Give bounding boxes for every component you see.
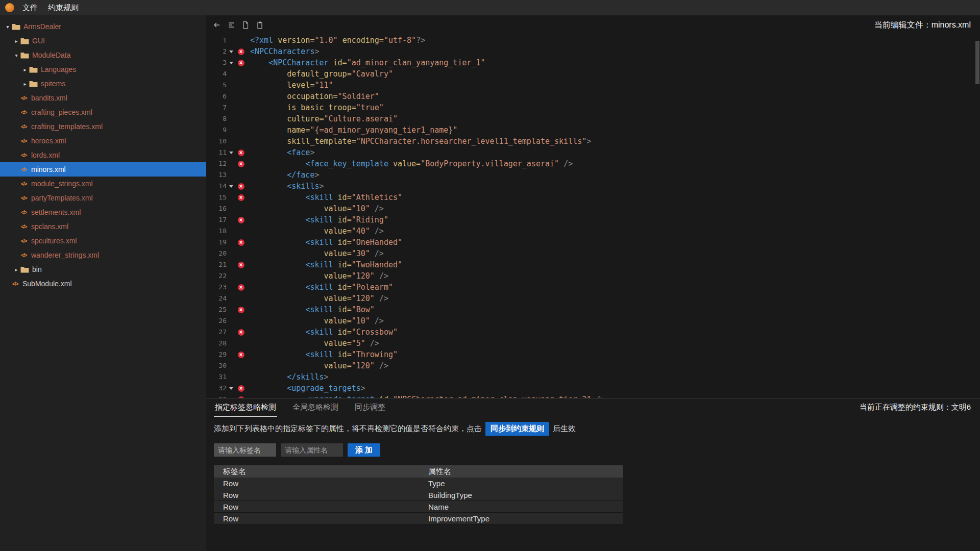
- code-text: <skills>: [250, 181, 324, 192]
- tree-item-minors.xml[interactable]: </>minors.xml: [0, 162, 206, 177]
- tree-item-partyTemplates.xml[interactable]: </>partyTemplates.xml: [0, 191, 206, 205]
- code-line-4[interactable]: 4 default_group="Cavalry": [206, 68, 974, 80]
- code-line-19[interactable]: 19 <skill id="OneHanded": [206, 237, 974, 248]
- code-line-6[interactable]: 6 occupation="Soldier": [206, 91, 974, 102]
- collapse-arrow-icon[interactable]: [227, 62, 236, 64]
- tree-item-settlements.xml[interactable]: </>settlements.xml: [0, 205, 206, 219]
- code-line-30[interactable]: 30 value="120" />: [206, 360, 974, 371]
- clipboard-icon[interactable]: [255, 20, 264, 30]
- panel-tab-3[interactable]: 同步调整: [354, 398, 386, 417]
- format-icon[interactable]: [227, 20, 236, 30]
- collapse-arrow-icon[interactable]: [227, 185, 236, 188]
- tree-item-label: heroes.xml: [31, 137, 66, 145]
- code-line-7[interactable]: 7 is_basic_troop="true": [206, 102, 974, 113]
- code-line-33[interactable]: 33 <upgrade_target id="NPCCharacter.ad_m…: [206, 394, 974, 398]
- chevron-right-icon[interactable]: ▸: [21, 67, 29, 72]
- chevron-down-icon[interactable]: ▾: [4, 24, 12, 30]
- code-line-20[interactable]: 20 value="30" />: [206, 248, 974, 259]
- collapse-arrow-icon[interactable]: [227, 387, 236, 390]
- code-line-5[interactable]: 5 level="11": [206, 80, 974, 91]
- code-line-31[interactable]: 31 </skills>: [206, 371, 974, 383]
- chevron-down-icon[interactable]: ▾: [12, 53, 20, 58]
- tree-item-heroes.xml[interactable]: </>heroes.xml: [0, 134, 206, 148]
- line-number: 25: [206, 304, 227, 315]
- menu-bar: 文件约束规则: [0, 0, 980, 15]
- code-line-24[interactable]: 24 value="120" />: [206, 293, 974, 304]
- line-number: 5: [206, 80, 227, 91]
- xml-file-icon: </>: [21, 195, 31, 201]
- code-line-15[interactable]: 15 <skill id="Athletics": [206, 192, 974, 203]
- tag-name-input[interactable]: [214, 443, 276, 457]
- table-row[interactable]: RowBuildingType: [214, 489, 623, 501]
- menu-item-1[interactable]: 文件: [17, 1, 43, 15]
- attribute-name-input[interactable]: [281, 443, 343, 457]
- tree-item-lords.xml[interactable]: </>lords.xml: [0, 148, 206, 162]
- code-line-10[interactable]: 10 skill_template="NPCCharacter.horsearc…: [206, 136, 974, 147]
- error-marker-icon: [236, 48, 246, 55]
- code-line-2[interactable]: 2<NPCCharacters>: [206, 46, 974, 57]
- code-text: is_basic_troop="true": [250, 102, 384, 113]
- code-line-26[interactable]: 26 value="10" />: [206, 315, 974, 327]
- line-number: 21: [206, 259, 227, 270]
- tree-item-crafting_templates.xml[interactable]: </>crafting_templates.xml: [0, 119, 206, 134]
- code-line-18[interactable]: 18 value="40" />: [206, 226, 974, 237]
- table-row[interactable]: RowName: [214, 501, 623, 513]
- code-editor[interactable]: 1<?xml version="1.0" encoding="utf-8"?>2…: [206, 35, 980, 398]
- table-row[interactable]: RowType: [214, 478, 623, 489]
- code-line-13[interactable]: 13 </face>: [206, 169, 974, 181]
- collapse-arrow-icon[interactable]: [227, 152, 236, 154]
- code-line-12[interactable]: 12 <face_key_template value="BodyPropert…: [206, 158, 974, 169]
- tree-item-GUI[interactable]: ▸GUI: [0, 34, 206, 48]
- code-text: <face>: [250, 147, 314, 158]
- code-line-9[interactable]: 9 name="{=ad_minor_yanyang_tier1_name}": [206, 124, 974, 136]
- code-line-25[interactable]: 25 <skill id="Bow": [206, 304, 974, 315]
- code-line-17[interactable]: 17 <skill id="Riding": [206, 214, 974, 226]
- line-number: 10: [206, 136, 227, 147]
- tree-item-Languages[interactable]: ▸Languages: [0, 62, 206, 77]
- code-line-14[interactable]: 14 <skills>: [206, 181, 974, 192]
- chevron-right-icon[interactable]: ▸: [12, 38, 20, 44]
- new-file-icon[interactable]: [241, 20, 250, 30]
- menu-item-2[interactable]: 约束规则: [43, 1, 84, 15]
- tree-item-spcultures.xml[interactable]: </>spcultures.xml: [0, 234, 206, 248]
- code-line-23[interactable]: 23 <skill id="Polearm": [206, 282, 974, 293]
- line-number: 1: [206, 35, 227, 46]
- chevron-right-icon[interactable]: ▸: [21, 81, 29, 87]
- tree-item-ModuleData[interactable]: ▾ModuleData: [0, 48, 206, 62]
- error-marker-icon: [236, 194, 246, 201]
- code-line-29[interactable]: 29 <skill id="Throwing": [206, 349, 974, 360]
- line-number: 9: [206, 124, 227, 136]
- tree-item-module_strings.xml[interactable]: </>module_strings.xml: [0, 177, 206, 191]
- code-text: default_group="Cavalry": [250, 68, 393, 80]
- code-line-11[interactable]: 11 <face>: [206, 147, 974, 158]
- undo-icon[interactable]: [212, 20, 222, 30]
- collapse-arrow-icon[interactable]: [227, 51, 236, 53]
- code-line-16[interactable]: 16 value="10" />: [206, 203, 974, 214]
- tree-item-bin[interactable]: ▸bin: [0, 262, 206, 277]
- panel-tab-2[interactable]: 全局忽略检测: [291, 398, 339, 417]
- sync-to-rules-button[interactable]: 同步到约束规则: [485, 422, 549, 436]
- tree-item-ArmsDealer[interactable]: ▾ArmsDealer: [0, 19, 206, 34]
- code-line-8[interactable]: 8 culture="Culture.aserai": [206, 113, 974, 124]
- tree-item-spclans.xml[interactable]: </>spclans.xml: [0, 219, 206, 234]
- code-line-21[interactable]: 21 <skill id="TwoHanded": [206, 259, 974, 270]
- add-button[interactable]: 添 加: [348, 443, 380, 457]
- code-line-3[interactable]: 3 <NPCCharacter id="ad_minor_clan_yanyan…: [206, 57, 974, 68]
- code-line-28[interactable]: 28 value="5" />: [206, 338, 974, 349]
- code-line-1[interactable]: 1<?xml version="1.0" encoding="utf-8"?>: [206, 35, 974, 46]
- tree-item-crafting_pieces.xml[interactable]: </>crafting_pieces.xml: [0, 105, 206, 119]
- tree-item-wanderer_strings.xml[interactable]: </>wanderer_strings.xml: [0, 248, 206, 262]
- panel-tab-1[interactable]: 指定标签忽略检测: [214, 398, 277, 417]
- code-line-32[interactable]: 32 <upgrade_targets>: [206, 383, 974, 394]
- editor-scrollbar-thumb[interactable]: [975, 41, 979, 84]
- code-line-27[interactable]: 27 <skill id="Crossbow": [206, 327, 974, 338]
- chevron-right-icon[interactable]: ▸: [12, 267, 20, 272]
- tree-item-SubModule.xml[interactable]: </>SubModule.xml: [0, 277, 206, 291]
- code-line-22[interactable]: 22 value="120" />: [206, 270, 974, 282]
- code-text: <upgrade_target id="NPCCharacter.ad_mino…: [250, 394, 605, 398]
- tree-item-bandits.xml[interactable]: </>bandits.xml: [0, 91, 206, 105]
- table-row[interactable]: RowImprovementType: [214, 513, 623, 524]
- tree-item-label: spitems: [41, 80, 65, 88]
- tree-item-spitems[interactable]: ▸spitems: [0, 77, 206, 91]
- attribute-name-cell: Name: [427, 503, 623, 511]
